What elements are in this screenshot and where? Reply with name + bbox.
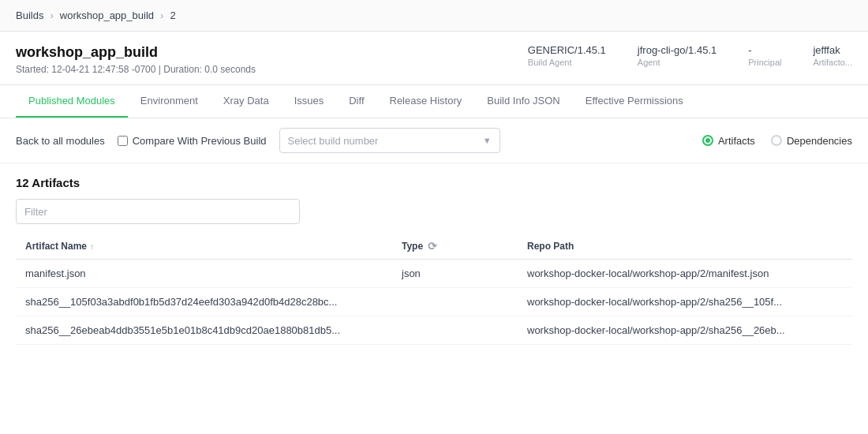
- artifact-name-cell: sha256__26ebeab4ddb3551e5b1e01b8c41db9cd…: [16, 316, 392, 345]
- breadcrumb-current: 2: [170, 9, 175, 21]
- breadcrumb-parent[interactable]: workshop_app_build: [60, 9, 154, 21]
- artifact-repo-cell: workshop-docker-local/workshop-app/2/man…: [518, 260, 852, 288]
- column-header-repo: Repo Path: [518, 234, 852, 260]
- content-area: 12 Artifacts Artifact Name ↑ Type ⟳: [0, 163, 868, 357]
- table-row: sha256__26ebeab4ddb3551e5b1e01b8c41db9cd…: [16, 316, 852, 345]
- compare-checkbox[interactable]: [118, 136, 128, 146]
- tab-issues[interactable]: Issues: [282, 85, 337, 118]
- artifact-name-cell: sha256__105f03a3abdf0b1fb5d37d24eefd303a…: [16, 288, 392, 316]
- build-principal-info: - Principal: [748, 44, 781, 67]
- tab-diff[interactable]: Diff: [336, 85, 376, 118]
- build-agent-info: GENERIC/1.45.1 Build Agent: [528, 44, 606, 67]
- select-placeholder: Select build number: [288, 135, 379, 147]
- artifacts-radio-label: Artifacts: [718, 135, 755, 147]
- artifact-repo-path: workshop-docker-local/workshop-app/2/sha…: [527, 296, 782, 308]
- build-header: workshop_app_build Started: 12-04-21 12:…: [0, 32, 868, 85]
- tab-environment[interactable]: Environment: [128, 85, 211, 118]
- artifact-name[interactable]: sha256__26ebeab4ddb3551e5b1e01b8c41db9cd…: [25, 324, 340, 336]
- tab-xray-data[interactable]: Xray Data: [211, 85, 282, 118]
- breadcrumb-sep-2: ›: [160, 9, 163, 21]
- dependencies-radio-label: Dependencies: [787, 135, 852, 147]
- tabs-bar: Published Modules Environment Xray Data …: [0, 85, 868, 118]
- build-meta: Started: 12-04-21 12:47:58 -0700 | Durat…: [16, 64, 256, 75]
- tab-build-info-json[interactable]: Build Info JSON: [474, 85, 573, 118]
- back-to-modules-link[interactable]: Back to all modules: [16, 135, 105, 147]
- build-artifactory-label: Artifacto...: [813, 58, 852, 67]
- artifact-type-cell: [392, 316, 518, 345]
- table-row: sha256__105f03a3abdf0b1fb5d37d24eefd303a…: [16, 288, 852, 316]
- build-cli-label: Agent: [638, 58, 716, 67]
- breadcrumb-sep-1: ›: [50, 9, 53, 21]
- filter-input[interactable]: [16, 199, 300, 224]
- tab-published-modules[interactable]: Published Modules: [16, 85, 128, 118]
- chevron-down-icon: ▼: [483, 136, 492, 145]
- compare-label: Compare With Previous Build: [133, 135, 267, 147]
- build-principal-value: -: [748, 44, 781, 56]
- artifact-repo-cell: workshop-docker-local/workshop-app/2/sha…: [518, 288, 852, 316]
- artifact-name[interactable]: sha256__105f03a3abdf0b1fb5d37d24eefd303a…: [25, 296, 337, 308]
- build-artifactory-info: jefffak Artifacto...: [813, 44, 852, 67]
- sort-arrow-icon[interactable]: ↑: [90, 242, 94, 251]
- breadcrumb: Builds › workshop_app_build › 2: [0, 0, 868, 32]
- build-info-right: GENERIC/1.45.1 Build Agent jfrog-cli-go/…: [528, 44, 852, 67]
- column-header-name: Artifact Name ↑: [16, 234, 392, 260]
- build-title-area: workshop_app_build Started: 12-04-21 12:…: [16, 44, 256, 75]
- tab-effective-permissions[interactable]: Effective Permissions: [573, 85, 696, 118]
- build-artifactory-value: jefffak: [813, 44, 852, 56]
- artifacts-count: 12 Artifacts: [16, 176, 852, 189]
- build-title: workshop_app_build: [16, 44, 256, 61]
- artifact-type-cell: json: [392, 260, 518, 288]
- dependencies-radio-circle: [771, 135, 782, 146]
- artifact-repo-path: workshop-docker-local/workshop-app/2/sha…: [527, 324, 785, 336]
- artifact-type: json: [402, 268, 421, 279]
- artifacts-radio-circle: [702, 135, 713, 146]
- column-header-type: Type ⟳: [392, 234, 518, 260]
- artifacts-radio[interactable]: Artifacts: [702, 135, 755, 147]
- refresh-icon[interactable]: ⟳: [428, 240, 437, 253]
- artifacts-table: Artifact Name ↑ Type ⟳ Repo Path manifes…: [16, 234, 852, 345]
- dependencies-radio[interactable]: Dependencies: [771, 135, 852, 147]
- breadcrumb-root[interactable]: Builds: [16, 9, 43, 21]
- compare-checkbox-wrapper[interactable]: Compare With Previous Build: [118, 135, 267, 147]
- artifact-repo-path: workshop-docker-local/workshop-app/2/man…: [527, 268, 769, 279]
- build-agent-version: GENERIC/1.45.1: [528, 44, 606, 56]
- tab-release-history[interactable]: Release History: [377, 85, 475, 118]
- build-agent-label: Build Agent: [528, 58, 606, 67]
- artifact-type-cell: [392, 288, 518, 316]
- artifact-repo-cell: workshop-docker-local/workshop-app/2/sha…: [518, 316, 852, 345]
- table-header-row: Artifact Name ↑ Type ⟳ Repo Path: [16, 234, 852, 260]
- build-cli-version: jfrog-cli-go/1.45.1: [638, 44, 716, 56]
- build-cli-info: jfrog-cli-go/1.45.1 Agent: [638, 44, 716, 67]
- artifact-name[interactable]: manifest.json: [25, 268, 86, 279]
- toolbar: Back to all modules Compare With Previou…: [0, 118, 868, 163]
- artifact-name-cell: manifest.json: [16, 260, 392, 288]
- table-row: manifest.json json workshop-docker-local…: [16, 260, 852, 288]
- view-toggle-group: Artifacts Dependencies: [702, 135, 852, 147]
- build-number-select[interactable]: Select build number ▼: [279, 128, 500, 153]
- build-principal-label: Principal: [748, 58, 781, 67]
